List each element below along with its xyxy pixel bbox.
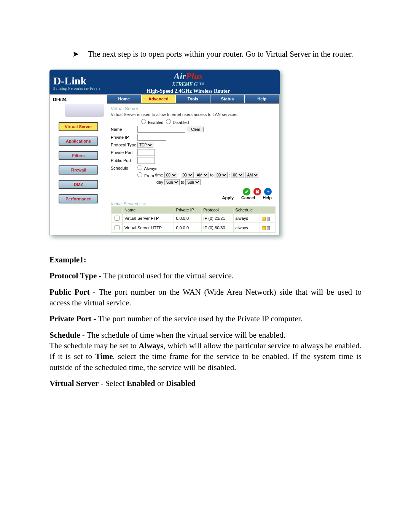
label-private-port: Private Port — [111, 150, 137, 155]
svg-rect-3 — [267, 226, 270, 230]
private-port-input[interactable] — [137, 149, 155, 156]
example-heading: Example1: — [49, 255, 86, 264]
from-ampm[interactable]: AM — [195, 172, 209, 178]
document-body: Example1: Protocol Type - The protocol u… — [49, 254, 362, 389]
sidebar-applications[interactable]: Applications — [59, 137, 98, 146]
tab-home[interactable]: Home — [107, 95, 142, 103]
subtitle: High-Speed 2.4GHz Wireless Router — [100, 88, 276, 94]
servers-table: Name Private IP Protocol Schedule Virtua… — [111, 206, 276, 233]
table-row: Virtual Server HTTP 0.0.0.0 IP (0) 80/80… — [112, 223, 275, 232]
apply-icon[interactable]: ✔ — [243, 188, 250, 195]
edit-icon[interactable] — [262, 226, 266, 230]
sidebar-dmz[interactable]: DMZ — [59, 180, 98, 189]
label-name: Name — [111, 127, 137, 132]
sidebar-firewall[interactable]: Firewall — [59, 165, 98, 175]
to-word-1: to — [210, 173, 213, 177]
section-desc: Virtual Server is used to allow Internet… — [111, 112, 276, 117]
radio-from[interactable]: From — [137, 172, 154, 178]
row-checkbox[interactable] — [115, 216, 119, 221]
radio-enabled[interactable]: Enabled — [141, 119, 163, 125]
step-bullet: ➤ The next step is to open ports within … — [72, 49, 362, 59]
section-title: Virtual Server — [111, 106, 276, 111]
sidebar-virtual-server[interactable]: Virtual Server — [59, 122, 98, 131]
from-hour[interactable]: 00 — [164, 172, 177, 178]
private-ip-input[interactable] — [137, 134, 166, 141]
svg-rect-0 — [262, 217, 266, 221]
radio-disabled[interactable]: Disabled — [166, 119, 189, 125]
protocol-select[interactable]: TCP — [137, 142, 153, 148]
to-hour[interactable]: 00 — [215, 172, 228, 178]
router-ui: D-Link Building Networks for People AirP… — [49, 70, 280, 235]
col-private-ip: Private IP — [174, 207, 201, 213]
tab-help[interactable]: Help — [245, 95, 279, 103]
label-public-port: Public Port — [111, 158, 137, 163]
xtreme-word: XTREME G — [172, 81, 198, 87]
col-schedule: Schedule — [234, 207, 260, 213]
tab-status[interactable]: Status — [210, 95, 245, 103]
col-protocol: Protocol — [202, 207, 233, 213]
cancel-icon[interactable]: ✖ — [253, 188, 261, 195]
list-title: Virtual Servers List — [111, 202, 276, 206]
product-logo: AirPlus XTREME G ™ High-Speed 2.4GHz Wir… — [100, 71, 276, 94]
to-word-2: to — [181, 180, 184, 184]
delete-icon[interactable] — [267, 226, 270, 230]
row-checkbox[interactable] — [115, 225, 119, 230]
help-icon[interactable]: ＋ — [264, 188, 272, 195]
public-port-input[interactable] — [137, 157, 155, 164]
table-row: Virtual Server FTP 0.0.0.0 IP (0) 21/21 … — [112, 214, 275, 222]
to-day[interactable]: Sun — [185, 179, 201, 185]
delete-icon[interactable] — [267, 217, 270, 221]
day-word: day — [156, 180, 163, 184]
to-ampm[interactable]: AM — [245, 172, 259, 178]
tab-bar: Home Advanced Tools Status Help — [107, 95, 279, 104]
apply-label: Apply — [222, 195, 234, 200]
sidebar: DI-624 Virtual Server Applications Filte… — [50, 95, 107, 235]
from-min[interactable]: 00 — [181, 172, 194, 178]
plus-word: Plus — [186, 71, 203, 81]
main-panel: Home Advanced Tools Status Help Virtual … — [107, 95, 279, 235]
action-icons: ✔ ✖ ＋ — [111, 186, 276, 195]
sidebar-performance[interactable]: Performance — [59, 194, 98, 203]
brand-block: D-Link Building Networks for People — [53, 75, 100, 91]
col-name: Name — [123, 207, 174, 213]
model-label: DI-624 — [50, 95, 107, 102]
step-text: The next step is to open ports within yo… — [88, 49, 353, 59]
brand-tagline: Building Networks for People — [53, 87, 100, 91]
radio-always[interactable]: Always — [137, 165, 157, 171]
router-image — [65, 104, 104, 117]
cancel-label: Cancel — [241, 195, 255, 200]
svg-rect-1 — [267, 217, 270, 221]
arrow-icon: ➤ — [72, 49, 79, 59]
time-word: time — [155, 173, 163, 177]
svg-rect-2 — [262, 226, 266, 230]
edit-icon[interactable] — [262, 217, 266, 221]
to-min[interactable]: 00 — [231, 172, 244, 178]
label-schedule: Schedule — [111, 166, 137, 170]
brand-name: D-Link — [53, 75, 100, 87]
air-word: Air — [174, 71, 186, 81]
label-private-ip: Private IP — [111, 135, 137, 140]
clear-button[interactable]: Clear — [188, 127, 204, 132]
help-label: Help — [263, 195, 272, 200]
name-input[interactable] — [137, 126, 185, 133]
label-protocol-type: Protocol Type — [111, 143, 137, 147]
from-day[interactable]: Sun — [164, 179, 180, 185]
tab-advanced[interactable]: Advanced — [142, 95, 176, 103]
tm-mark: ™ — [199, 81, 204, 87]
tab-tools[interactable]: Tools — [176, 95, 210, 103]
router-header: D-Link Building Networks for People AirP… — [49, 70, 280, 94]
sidebar-filters[interactable]: Filters — [59, 151, 98, 160]
